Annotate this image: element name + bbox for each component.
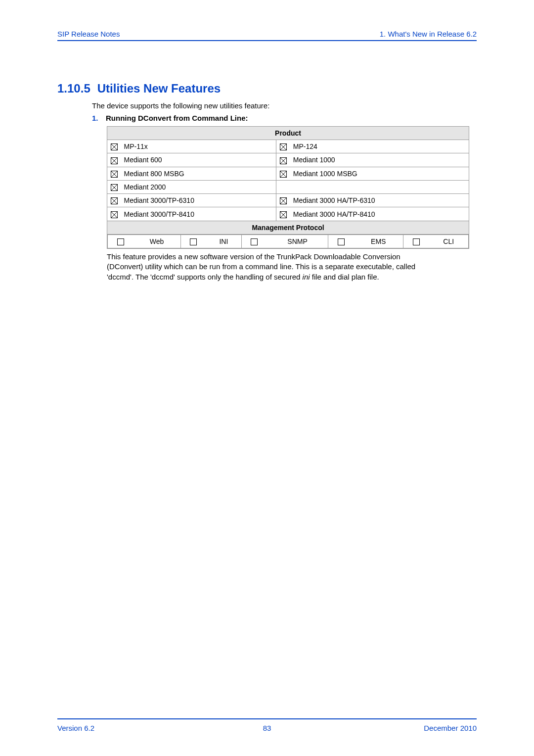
product-label-empty	[290, 180, 469, 193]
table-row: Mediant 2000	[107, 180, 469, 193]
checkbox-checked-icon	[280, 171, 287, 178]
product-label: Mediant 1000 MSBG	[290, 167, 469, 180]
mgmt-row: Web INI SNMP EMS CLI	[107, 234, 469, 248]
mgmt-label: INI	[206, 235, 241, 248]
product-label: Mediant 800 MSBG	[121, 167, 276, 180]
table-row: Mediant 800 MSBG Mediant 1000 MSBG	[107, 167, 469, 180]
page-footer: Version 6.2 83 December 2010	[57, 724, 477, 732]
mgmt-checkbox-cell	[108, 235, 134, 248]
item-label: Running DConvert from Command Line:	[106, 114, 248, 122]
checkbox-unchecked-icon	[117, 238, 124, 245]
mgmt-protocol-header: Management Protocol	[107, 221, 469, 234]
checkbox-checked-icon	[111, 143, 118, 150]
mgmt-checkbox-cell	[328, 235, 354, 248]
mgmt-label: CLI	[429, 235, 468, 248]
checkbox-unchecked-icon	[190, 238, 197, 245]
checkbox-cell	[107, 167, 121, 180]
checkbox-cell-empty	[276, 180, 290, 193]
product-header-row: Product	[107, 127, 469, 140]
header-right: 1. What's New in Release 6.2	[380, 30, 477, 38]
svg-rect-34	[190, 239, 197, 245]
feature-description: This feature provides a new software ver…	[107, 252, 438, 282]
mgmt-header-row: Management Protocol	[107, 221, 469, 234]
checkbox-checked-icon	[111, 184, 118, 191]
product-header: Product	[107, 127, 469, 140]
checkbox-unchecked-icon	[338, 238, 345, 245]
checkbox-checked-icon	[280, 157, 287, 164]
checkbox-checked-icon	[111, 157, 118, 164]
svg-rect-36	[338, 239, 344, 245]
page-header: SIP Release Notes 1. What's New in Relea…	[57, 30, 477, 41]
product-table: Product MP-11x MP-124 Mediant 600 Median…	[107, 126, 469, 249]
svg-rect-37	[413, 239, 419, 245]
svg-rect-33	[117, 239, 124, 245]
checkbox-unchecked-icon	[413, 238, 420, 245]
footer-page-number: 83	[263, 724, 271, 732]
mgmt-label: EMS	[354, 235, 403, 248]
checkbox-cell	[107, 194, 121, 207]
checkbox-checked-icon	[280, 197, 287, 204]
table-row: Mediant 3000/TP-6310 Mediant 3000 HA/TP-…	[107, 194, 469, 207]
product-label: Mediant 3000 HA/TP-6310	[290, 194, 469, 207]
checkbox-cell	[276, 167, 290, 180]
checkbox-cell	[276, 140, 290, 153]
checkbox-cell	[276, 194, 290, 207]
product-label: MP-124	[290, 140, 469, 153]
checkbox-cell	[107, 153, 121, 167]
svg-rect-35	[251, 239, 258, 245]
checkbox-checked-icon	[280, 211, 287, 218]
checkbox-checked-icon	[111, 211, 118, 218]
mgmt-checkbox-cell	[403, 235, 429, 248]
desc-italic: ini	[303, 273, 310, 281]
product-label: Mediant 3000/TP-8410	[121, 207, 276, 221]
checkbox-cell	[107, 207, 121, 221]
product-label: Mediant 3000/TP-6310	[121, 194, 276, 207]
mgmt-label: Web	[134, 235, 181, 248]
table-row: MP-11x MP-124	[107, 140, 469, 153]
product-label: MP-11x	[121, 140, 276, 153]
footer-version: Version 6.2	[57, 724, 94, 732]
section-title: Utilities New Features	[97, 82, 221, 95]
intro-text: The device supports the following new ut…	[92, 101, 477, 110]
checkbox-cell	[276, 153, 290, 167]
table-row: Mediant 600 Mediant 1000	[107, 153, 469, 167]
checkbox-cell	[276, 207, 290, 221]
section-heading: 1.10.5Utilities New Features	[57, 82, 477, 95]
feature-item: 1.Running DConvert from Command Line:	[92, 114, 477, 122]
footer-divider	[57, 718, 477, 719]
mgmt-label: SNMP	[267, 235, 328, 248]
product-label: Mediant 2000	[121, 180, 276, 193]
checkbox-unchecked-icon	[251, 238, 258, 245]
footer-date: December 2010	[424, 724, 477, 732]
checkbox-checked-icon	[111, 197, 118, 204]
item-number: 1.	[92, 114, 106, 122]
section-number: 1.10.5	[57, 82, 90, 95]
product-label: Mediant 3000 HA/TP-8410	[290, 207, 469, 221]
mgmt-checkbox-cell	[180, 235, 206, 248]
desc-text-b: file and dial plan file.	[310, 273, 379, 281]
product-label: Mediant 1000	[290, 153, 469, 167]
checkbox-cell	[107, 140, 121, 153]
checkbox-checked-icon	[111, 171, 118, 178]
product-label: Mediant 600	[121, 153, 276, 167]
checkbox-checked-icon	[280, 143, 287, 150]
table-row: Mediant 3000/TP-8410 Mediant 3000 HA/TP-…	[107, 207, 469, 221]
header-left: SIP Release Notes	[57, 30, 120, 38]
checkbox-cell	[107, 180, 121, 193]
mgmt-checkbox-cell	[241, 235, 267, 248]
